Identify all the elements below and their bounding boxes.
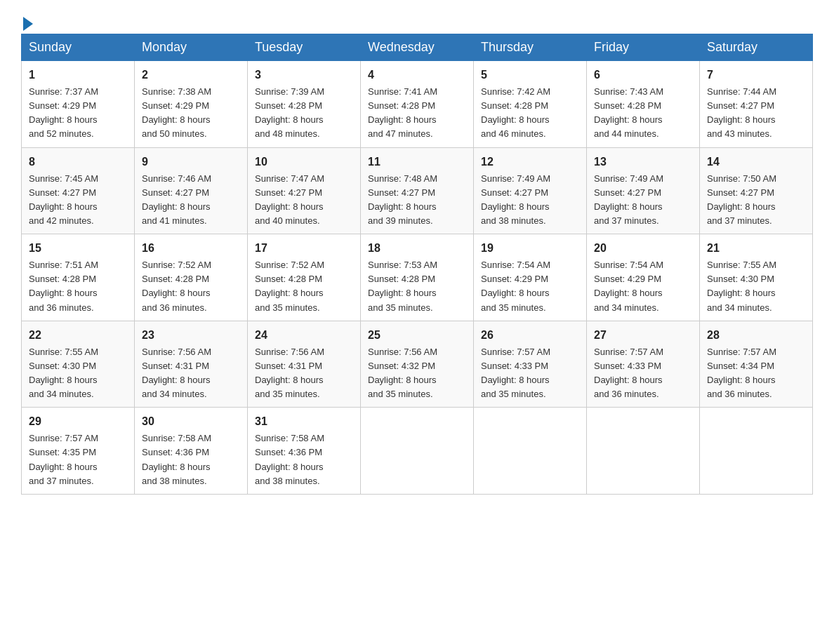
day-info: Sunrise: 7:49 AMSunset: 4:27 PMDaylight:… (594, 173, 663, 226)
day-cell: 20 Sunrise: 7:54 AMSunset: 4:29 PMDaylig… (587, 234, 700, 321)
week-row-4: 22 Sunrise: 7:55 AMSunset: 4:30 PMDaylig… (22, 321, 813, 408)
day-cell (700, 408, 813, 495)
day-info: Sunrise: 7:58 AMSunset: 4:36 PMDaylight:… (142, 433, 211, 485)
day-cell: 6 Sunrise: 7:43 AMSunset: 4:28 PMDayligh… (587, 61, 700, 148)
day-number: 10 (255, 154, 353, 170)
day-number: 30 (142, 413, 240, 430)
day-number: 17 (255, 240, 353, 257)
day-cell: 31 Sunrise: 7:58 AMSunset: 4:36 PMDaylig… (248, 408, 361, 495)
day-info: Sunrise: 7:49 AMSunset: 4:27 PMDaylight:… (481, 173, 550, 226)
day-cell: 13 Sunrise: 7:49 AMSunset: 4:27 PMDaylig… (587, 147, 700, 234)
day-cell: 25 Sunrise: 7:56 AMSunset: 4:32 PMDaylig… (361, 321, 474, 408)
day-info: Sunrise: 7:56 AMSunset: 4:31 PMDaylight:… (142, 347, 211, 399)
day-cell: 18 Sunrise: 7:53 AMSunset: 4:28 PMDaylig… (361, 234, 474, 321)
day-cell: 23 Sunrise: 7:56 AMSunset: 4:31 PMDaylig… (135, 321, 248, 408)
day-number: 28 (707, 327, 805, 344)
day-cell: 9 Sunrise: 7:46 AMSunset: 4:27 PMDayligh… (135, 147, 248, 234)
day-number: 25 (368, 327, 466, 344)
day-number: 21 (707, 240, 805, 257)
day-info: Sunrise: 7:55 AMSunset: 4:30 PMDaylight:… (707, 260, 776, 312)
day-info: Sunrise: 7:50 AMSunset: 4:27 PMDaylight:… (707, 173, 776, 226)
logo (21, 14, 33, 27)
day-number: 6 (594, 67, 692, 83)
day-info: Sunrise: 7:57 AMSunset: 4:34 PMDaylight:… (707, 347, 776, 399)
day-number: 11 (368, 154, 466, 170)
day-number: 23 (142, 327, 240, 344)
day-number: 16 (142, 240, 240, 257)
day-number: 2 (142, 67, 240, 83)
col-header-sunday: Sunday (22, 34, 135, 61)
day-cell: 17 Sunrise: 7:52 AMSunset: 4:28 PMDaylig… (248, 234, 361, 321)
day-info: Sunrise: 7:37 AMSunset: 4:29 PMDaylight:… (29, 86, 98, 139)
day-info: Sunrise: 7:42 AMSunset: 4:28 PMDaylight:… (481, 86, 550, 139)
day-info: Sunrise: 7:48 AMSunset: 4:27 PMDaylight:… (368, 173, 437, 226)
calendar-table: SundayMondayTuesdayWednesdayThursdayFrid… (21, 34, 813, 495)
day-info: Sunrise: 7:54 AMSunset: 4:29 PMDaylight:… (481, 260, 550, 312)
day-cell: 7 Sunrise: 7:44 AMSunset: 4:27 PMDayligh… (700, 61, 813, 148)
col-header-saturday: Saturday (700, 34, 813, 61)
day-cell (474, 408, 587, 495)
day-cell (587, 408, 700, 495)
day-info: Sunrise: 7:44 AMSunset: 4:27 PMDaylight:… (707, 86, 776, 139)
day-number: 9 (142, 154, 240, 170)
day-info: Sunrise: 7:43 AMSunset: 4:28 PMDaylight:… (594, 86, 663, 139)
day-info: Sunrise: 7:52 AMSunset: 4:28 PMDaylight:… (142, 260, 211, 312)
day-info: Sunrise: 7:55 AMSunset: 4:30 PMDaylight:… (29, 347, 98, 399)
day-number: 27 (594, 327, 692, 344)
col-header-tuesday: Tuesday (248, 34, 361, 61)
week-row-5: 29 Sunrise: 7:57 AMSunset: 4:35 PMDaylig… (22, 408, 813, 495)
day-number: 12 (481, 154, 579, 170)
day-number: 14 (707, 154, 805, 170)
day-number: 7 (707, 67, 805, 83)
day-number: 3 (255, 67, 353, 83)
day-number: 8 (29, 154, 127, 170)
day-info: Sunrise: 7:46 AMSunset: 4:27 PMDaylight:… (142, 173, 211, 226)
day-info: Sunrise: 7:41 AMSunset: 4:28 PMDaylight:… (368, 86, 437, 139)
day-number: 4 (368, 67, 466, 83)
day-cell: 1 Sunrise: 7:37 AMSunset: 4:29 PMDayligh… (22, 61, 135, 148)
day-info: Sunrise: 7:57 AMSunset: 4:33 PMDaylight:… (481, 347, 550, 399)
day-info: Sunrise: 7:54 AMSunset: 4:29 PMDaylight:… (594, 260, 663, 312)
day-info: Sunrise: 7:38 AMSunset: 4:29 PMDaylight:… (142, 86, 211, 139)
day-info: Sunrise: 7:45 AMSunset: 4:27 PMDaylight:… (29, 173, 98, 226)
col-header-monday: Monday (135, 34, 248, 61)
day-cell (361, 408, 474, 495)
day-cell: 22 Sunrise: 7:55 AMSunset: 4:30 PMDaylig… (22, 321, 135, 408)
day-cell: 5 Sunrise: 7:42 AMSunset: 4:28 PMDayligh… (474, 61, 587, 148)
day-info: Sunrise: 7:58 AMSunset: 4:36 PMDaylight:… (255, 433, 324, 485)
day-cell: 30 Sunrise: 7:58 AMSunset: 4:36 PMDaylig… (135, 408, 248, 495)
day-cell: 27 Sunrise: 7:57 AMSunset: 4:33 PMDaylig… (587, 321, 700, 408)
day-number: 24 (255, 327, 353, 344)
day-info: Sunrise: 7:39 AMSunset: 4:28 PMDaylight:… (255, 86, 324, 139)
day-cell: 29 Sunrise: 7:57 AMSunset: 4:35 PMDaylig… (22, 408, 135, 495)
day-cell: 12 Sunrise: 7:49 AMSunset: 4:27 PMDaylig… (474, 147, 587, 234)
day-number: 15 (29, 240, 127, 257)
day-number: 5 (481, 67, 579, 83)
day-cell: 19 Sunrise: 7:54 AMSunset: 4:29 PMDaylig… (474, 234, 587, 321)
day-cell: 26 Sunrise: 7:57 AMSunset: 4:33 PMDaylig… (474, 321, 587, 408)
day-number: 1 (29, 67, 127, 83)
week-row-3: 15 Sunrise: 7:51 AMSunset: 4:28 PMDaylig… (22, 234, 813, 321)
day-cell: 16 Sunrise: 7:52 AMSunset: 4:28 PMDaylig… (135, 234, 248, 321)
day-number: 29 (29, 413, 127, 430)
day-cell: 28 Sunrise: 7:57 AMSunset: 4:34 PMDaylig… (700, 321, 813, 408)
day-cell: 4 Sunrise: 7:41 AMSunset: 4:28 PMDayligh… (361, 61, 474, 148)
day-cell: 14 Sunrise: 7:50 AMSunset: 4:27 PMDaylig… (700, 147, 813, 234)
day-info: Sunrise: 7:56 AMSunset: 4:31 PMDaylight:… (255, 347, 324, 399)
col-header-friday: Friday (587, 34, 700, 61)
day-number: 13 (594, 154, 692, 170)
col-header-wednesday: Wednesday (361, 34, 474, 61)
day-cell: 10 Sunrise: 7:47 AMSunset: 4:27 PMDaylig… (248, 147, 361, 234)
day-cell: 15 Sunrise: 7:51 AMSunset: 4:28 PMDaylig… (22, 234, 135, 321)
day-number: 22 (29, 327, 127, 344)
day-info: Sunrise: 7:57 AMSunset: 4:35 PMDaylight:… (29, 433, 98, 485)
header-row: SundayMondayTuesdayWednesdayThursdayFrid… (22, 34, 813, 61)
day-cell: 8 Sunrise: 7:45 AMSunset: 4:27 PMDayligh… (22, 147, 135, 234)
day-cell: 21 Sunrise: 7:55 AMSunset: 4:30 PMDaylig… (700, 234, 813, 321)
day-info: Sunrise: 7:56 AMSunset: 4:32 PMDaylight:… (368, 347, 437, 399)
day-number: 31 (255, 413, 353, 430)
day-cell: 2 Sunrise: 7:38 AMSunset: 4:29 PMDayligh… (135, 61, 248, 148)
day-info: Sunrise: 7:51 AMSunset: 4:28 PMDaylight:… (29, 260, 98, 312)
day-cell: 24 Sunrise: 7:56 AMSunset: 4:31 PMDaylig… (248, 321, 361, 408)
day-info: Sunrise: 7:53 AMSunset: 4:28 PMDaylight:… (368, 260, 437, 312)
